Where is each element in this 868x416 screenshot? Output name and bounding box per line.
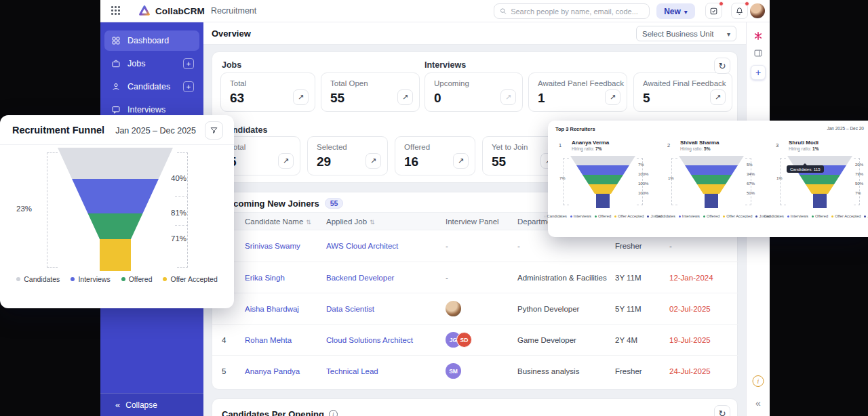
panelist-avatar[interactable]: SM [446,363,461,379]
global-search[interactable] [494,3,650,19]
page-title: Overview [212,28,251,39]
candidate-name-link[interactable]: Erika Singh [245,274,326,282]
funnel-stage-offered[interactable] [58,213,173,239]
open-stat-arrow-icon[interactable] [366,153,381,169]
panelist-avatar[interactable] [446,301,461,316]
funnel-stage-interviews[interactable] [58,179,173,213]
candidates-per-opening-panel: Candidates Per Opening [212,398,738,416]
info-icon[interactable] [329,410,338,416]
department-cell: Python Developer [517,305,615,313]
tasks-icon [709,7,718,16]
add-job-icon[interactable] [183,58,194,69]
funnel-stage-candidates[interactable] [570,156,635,165]
candidate-name-link[interactable]: Aisha Bhardwaj [245,305,326,313]
user-avatar[interactable] [750,3,765,18]
recruiter-name[interactable]: Ananya Verma [572,140,609,146]
funnel-stage-joined[interactable] [813,194,827,208]
funnel-stage-offer-accepted[interactable] [570,184,635,194]
joining-date-cell: 12-Jan-2024 [669,274,738,282]
funnel-legend: Candidates Interviews Offered Offer Acce… [660,214,762,218]
funnel-stage-interviews[interactable] [570,165,635,175]
experience-cell: 5Y 11M [615,305,669,313]
conversion-label-right: 100% [638,172,648,176]
sidebar-item-jobs[interactable]: Jobs [104,54,199,74]
chevron-down-icon [727,30,730,38]
recruiter-ratio: Hiring ratio: 5% [680,146,710,151]
open-stat-arrow-icon[interactable] [710,89,726,105]
stat-label: Total [230,79,246,87]
applied-job-link[interactable]: AWS Cloud Architect [326,242,446,250]
funnel-stage-offer-accepted[interactable] [787,184,852,194]
panelist-avatar[interactable]: SD [456,332,472,348]
open-stat-arrow-icon[interactable] [605,89,620,105]
tasks-button[interactable] [705,3,722,19]
sidebar-item-label: Interviews [127,105,165,115]
new-button[interactable]: New [656,3,695,19]
candidate-name-link[interactable]: Rohan Mehta [245,336,326,344]
brand-name: CollabCRM [155,6,205,16]
funnel-stage-candidates[interactable] [58,148,173,179]
brand-logo [138,5,151,17]
applied-job-link[interactable]: Technical Lead [326,367,446,375]
filter-button[interactable] [205,121,223,140]
table-row[interactable]: Aisha Bhardwaj Data Scientist Python Dev… [212,293,738,324]
rail-add-button[interactable] [751,65,766,80]
business-unit-value: Select Business Unit [642,30,713,38]
table-row[interactable]: 5 Ananya Pandya Technical Lead SM Busine… [212,355,738,386]
open-stat-arrow-icon[interactable] [500,89,516,105]
funnel-stage-joined[interactable] [596,194,610,208]
rail-collapse-icon[interactable] [755,398,761,409]
open-stat-arrow-icon[interactable] [293,89,309,105]
funnel-stage-candidates[interactable] [679,156,744,165]
side-panel-icon[interactable] [753,48,764,61]
info-icon[interactable] [753,375,764,387]
table-row[interactable]: 4 Rohan Mehta Cloud Solutions Architect … [212,324,738,355]
funnel-stage-interviews[interactable] [679,165,744,175]
search-input[interactable] [511,7,644,16]
funnel-tick [175,225,188,226]
col-candidate-name[interactable]: Candidate Name [245,217,326,226]
table-row[interactable]: Erika Singh Backend Developer - Administ… [212,262,738,293]
funnel-stage-joined[interactable] [705,194,718,208]
funnel-stage-offer-accepted[interactable] [100,239,131,271]
conversion-label-right: 50% [855,182,863,186]
candidate-name-link[interactable]: Ananya Pandya [245,367,326,375]
pink-app-icon[interactable] [753,31,763,43]
app-launcher-icon[interactable] [111,6,121,16]
business-unit-select[interactable]: Select Business Unit [636,26,736,41]
candidates-icon [111,82,121,91]
sidebar-item-label: Candidates [127,82,170,91]
open-stat-arrow-icon[interactable] [397,89,413,105]
candidates-per-opening-title: Candidates Per Opening [222,409,338,416]
stat-value: 5 [643,91,650,106]
sidebar-item-dashboard[interactable]: Dashboard [104,30,199,51]
refresh-icon[interactable] [714,405,730,416]
stat-value: 29 [317,154,331,169]
funnel-stage-offered[interactable] [679,175,744,184]
col-applied-job[interactable]: Applied Job [326,217,446,226]
applied-job-link[interactable]: Cloud Solutions Architect [326,336,446,344]
notifications-button[interactable] [731,3,748,19]
funnel-stage-offer-accepted[interactable] [679,184,744,194]
conversion-label-right: 7% [638,163,644,167]
applied-job-link[interactable]: Backend Developer [326,274,446,282]
stat-card-jobs-open: Total Open 55 [321,72,420,112]
funnel-stage-offered[interactable] [787,175,852,184]
recruiter-rank: 3 [776,142,778,148]
open-stat-arrow-icon[interactable] [278,153,294,169]
candidate-name-link[interactable]: Srinivas Swamy [245,242,326,250]
recruiter-name[interactable]: Shivali Sharma [680,140,719,146]
applied-job-link[interactable]: Data Scientist [326,305,446,313]
recruiter-rank: 2 [667,142,670,148]
interview-panel-cell: JG SD [446,332,517,348]
add-candidate-icon[interactable] [183,81,194,92]
experience-cell: Fresher [615,242,669,250]
sidebar-collapse-button[interactable]: Collapse [100,393,203,416]
sidebar-item-candidates[interactable]: Candidates [104,77,199,97]
funnel-stage-candidates[interactable] [787,156,852,165]
refresh-icon[interactable] [714,58,730,74]
funnel-stage-offered[interactable] [570,175,635,184]
stat-label: Awaited Final Feedback [643,79,726,87]
recruiter-name[interactable]: Shruti Modi [789,140,818,146]
open-stat-arrow-icon[interactable] [453,153,469,169]
